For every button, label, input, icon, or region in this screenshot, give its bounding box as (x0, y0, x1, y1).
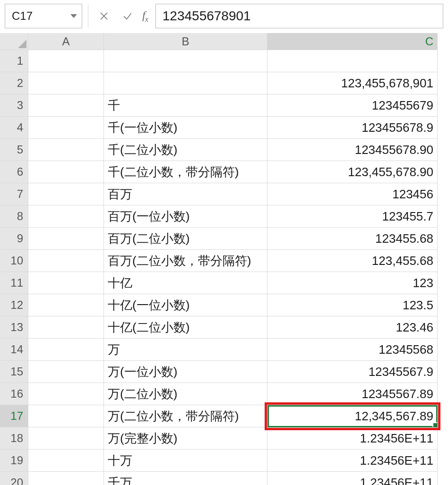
row-header-12[interactable]: 12 (0, 294, 28, 316)
cell-A20[interactable] (28, 472, 104, 485)
row-header-3[interactable]: 3 (0, 94, 28, 117)
cell-A19[interactable] (28, 450, 104, 472)
cell-A17[interactable] (28, 405, 104, 427)
cell-B4[interactable]: 千(一位小数) (104, 117, 267, 139)
cell-B19[interactable]: 十万 (104, 450, 267, 472)
formula-bar: C17 fx 123455678901 (0, 0, 448, 33)
cell-B11[interactable]: 十亿 (104, 272, 267, 294)
fx-icon[interactable]: fx (141, 9, 152, 24)
name-box-value: C17 (12, 9, 33, 23)
cell-B7[interactable]: 百万 (104, 183, 267, 205)
select-all-icon (18, 40, 26, 48)
cell-A1[interactable] (28, 50, 104, 72)
row-header-15[interactable]: 15 (0, 361, 28, 383)
cell-A12[interactable] (28, 294, 104, 316)
formula-input[interactable]: 123455678901 (155, 4, 443, 28)
cell-A18[interactable] (28, 427, 104, 450)
cell-B20[interactable]: 千万 (104, 472, 267, 485)
row-header-19[interactable]: 19 (0, 450, 28, 472)
row-header-13[interactable]: 13 (0, 316, 28, 339)
cell-C8[interactable]: 123455.7 (267, 205, 438, 228)
cell-C19[interactable]: 1.23456E+11 (267, 450, 438, 472)
cell-C5[interactable]: 123455678.90 (267, 139, 438, 161)
chevron-down-icon[interactable] (70, 14, 77, 18)
cell-B8[interactable]: 百万(一位小数) (104, 205, 267, 228)
cell-C6[interactable]: 123,455,678.90 (267, 161, 438, 183)
cell-B10[interactable]: 百万(二位小数，带分隔符) (104, 250, 267, 272)
row-header-8[interactable]: 8 (0, 205, 28, 228)
cell-A7[interactable] (28, 183, 104, 205)
cell-B1[interactable] (104, 50, 267, 72)
col-header-A[interactable]: A (28, 33, 104, 50)
row-header-16[interactable]: 16 (0, 383, 28, 405)
cell-C15[interactable]: 12345567.9 (267, 361, 438, 383)
col-header-B[interactable]: B (104, 33, 267, 50)
cell-B12[interactable]: 十亿(一位小数) (104, 294, 267, 316)
cell-B16[interactable]: 万(二位小数) (104, 383, 267, 405)
cell-C17[interactable]: 12,345,567.89 (267, 405, 438, 427)
cell-B18[interactable]: 万(完整小数) (104, 427, 267, 450)
row-header-1[interactable]: 1 (0, 50, 28, 72)
cell-C14[interactable]: 12345568 (267, 339, 438, 361)
cell-C20[interactable]: 1.23456E+11 (267, 472, 438, 485)
cell-C3[interactable]: 123455679 (267, 94, 438, 117)
divider (88, 5, 88, 27)
row-header-4[interactable]: 4 (0, 117, 28, 139)
row-5: 5千(二位小数)123455678.90 (0, 139, 448, 161)
cell-C16[interactable]: 12345567.89 (267, 383, 438, 405)
cancel-button[interactable] (94, 5, 114, 27)
cell-B2[interactable] (104, 72, 267, 94)
row-9: 9百万(二位小数)123455.68 (0, 228, 448, 250)
cell-C18[interactable]: 1.23456E+11 (267, 427, 438, 450)
cell-B5[interactable]: 千(二位小数) (104, 139, 267, 161)
cell-C4[interactable]: 123455678.9 (267, 117, 438, 139)
cell-C12[interactable]: 123.5 (267, 294, 438, 316)
cell-B3[interactable]: 千 (104, 94, 267, 117)
row-header-9[interactable]: 9 (0, 228, 28, 250)
cell-B13[interactable]: 十亿(二位小数) (104, 316, 267, 339)
cell-A16[interactable] (28, 383, 104, 405)
cell-A3[interactable] (28, 94, 104, 117)
row-header-18[interactable]: 18 (0, 427, 28, 450)
row-header-11[interactable]: 11 (0, 272, 28, 294)
cell-A13[interactable] (28, 316, 104, 339)
cell-B14[interactable]: 万 (104, 339, 267, 361)
cell-C1[interactable] (267, 50, 438, 72)
cell-C2[interactable]: 123,455,678,901 (267, 72, 438, 94)
row-header-10[interactable]: 10 (0, 250, 28, 272)
row-header-5[interactable]: 5 (0, 139, 28, 161)
row-header-14[interactable]: 14 (0, 339, 28, 361)
cell-A8[interactable] (28, 205, 104, 228)
cell-B9[interactable]: 百万(二位小数) (104, 228, 267, 250)
cell-A15[interactable] (28, 361, 104, 383)
row-header-6[interactable]: 6 (0, 161, 28, 183)
cell-B15[interactable]: 万(一位小数) (104, 361, 267, 383)
cell-A11[interactable] (28, 272, 104, 294)
formula-value: 123455678901 (163, 9, 251, 24)
cell-C9[interactable]: 123455.68 (267, 228, 438, 250)
enter-button[interactable] (118, 5, 138, 27)
col-header-C[interactable]: C (267, 33, 438, 50)
spreadsheet[interactable]: A B C 12123,455,678,9013千1234556794千(一位小… (0, 33, 448, 485)
column-header-row: A B C (0, 33, 448, 50)
cell-A10[interactable] (28, 250, 104, 272)
cell-A6[interactable] (28, 161, 104, 183)
cell-A4[interactable] (28, 117, 104, 139)
cell-C10[interactable]: 123,455.68 (267, 250, 438, 272)
cell-C7[interactable]: 123456 (267, 183, 438, 205)
cell-A5[interactable] (28, 139, 104, 161)
select-all-corner[interactable] (0, 33, 28, 50)
cell-C13[interactable]: 123.46 (267, 316, 438, 339)
cell-C11[interactable]: 123 (267, 272, 438, 294)
cell-A14[interactable] (28, 339, 104, 361)
row-1: 1 (0, 50, 448, 72)
cell-B6[interactable]: 千(二位小数，带分隔符) (104, 161, 267, 183)
name-box[interactable]: C17 (5, 4, 82, 28)
cell-A2[interactable] (28, 72, 104, 94)
row-header-7[interactable]: 7 (0, 183, 28, 205)
cell-B17[interactable]: 万(二位小数，带分隔符) (104, 405, 267, 427)
row-header-2[interactable]: 2 (0, 72, 28, 94)
row-header-17[interactable]: 17 (0, 405, 28, 427)
row-header-20[interactable]: 20 (0, 472, 28, 485)
cell-A9[interactable] (28, 228, 104, 250)
